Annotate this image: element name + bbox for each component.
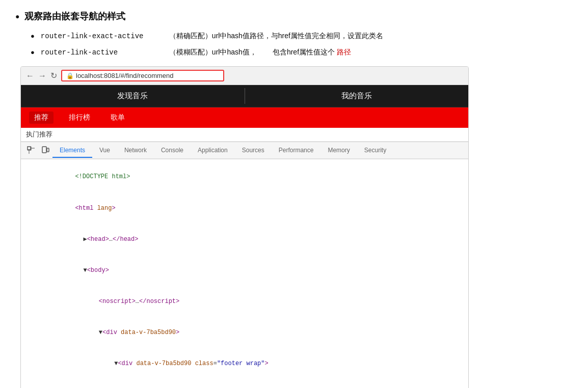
subnav-item-ranking[interactable]: 排行榜 — [64, 112, 95, 124]
list-item: ● router-link-active （模糊匹配）url中hash值， 包含… — [31, 48, 573, 57]
devtools-code: <!DOCTYPE html> <html lang> ▶<head>…</he… — [21, 159, 468, 388]
bullet-dot-2: ● — [31, 48, 35, 56]
code-line: ▼<body> — [21, 255, 468, 286]
tab-security[interactable]: Security — [357, 144, 393, 158]
tab-sources[interactable]: Sources — [235, 144, 272, 158]
page-content: 观察路由嵌套导航的样式 ● router-link-exact-active （… — [0, 0, 588, 388]
section-title-text: 观察路由嵌套导航的样式 — [24, 10, 125, 22]
tab-console[interactable]: Console — [154, 144, 191, 158]
svg-rect-1 — [42, 147, 46, 153]
code-line: <noscript>…</noscript> — [21, 286, 468, 317]
device-icon[interactable] — [38, 142, 52, 158]
subnav-item-recommend[interactable]: 推荐 — [29, 112, 54, 124]
tab-application[interactable]: Application — [191, 144, 235, 158]
tab-vue[interactable]: Vue — [92, 144, 117, 158]
address-bar[interactable]: 🔒 localhost:8081/#/find/recommend — [61, 70, 224, 81]
browser-wrapper: ← → ↻ 🔒 localhost:8081/#/find/recommend … — [15, 66, 573, 388]
browser-mockup: ← → ↻ 🔒 localhost:8081/#/find/recommend … — [20, 66, 469, 388]
desc-1: （精确匹配）url中hash值路径，与href属性值完全相同，设置此类名 — [169, 32, 383, 41]
code-line: <!DOCTYPE html> — [21, 161, 468, 192]
tab-performance[interactable]: Performance — [272, 144, 321, 158]
desc-2: （模糊匹配）url中hash值， 包含href属性值这个 路径 — [169, 48, 351, 57]
term-2: router-link-active — [41, 48, 163, 57]
svg-rect-2 — [47, 148, 49, 152]
subnav-item-songlist[interactable]: 歌单 — [105, 112, 130, 124]
tab-elements[interactable]: Elements — [52, 144, 92, 158]
lock-icon: 🔒 — [66, 72, 74, 79]
inspect-icon[interactable] — [24, 142, 38, 158]
code-line: <a data-v-7ba5bd90 href="#/find" class="… — [21, 379, 468, 388]
code-line: <html lang> — [21, 192, 468, 224]
list-item: ● router-link-exact-active （精确匹配）url中has… — [31, 32, 573, 41]
section-title: 观察路由嵌套导航的样式 — [15, 10, 573, 22]
devtools-panel: Elements Vue Network Console Application… — [21, 142, 468, 388]
topnav-item-discover[interactable]: 发现音乐 — [21, 85, 245, 107]
reload-button[interactable]: ↻ — [50, 71, 57, 80]
bullet-dot-1: ● — [31, 32, 35, 40]
tab-memory[interactable]: Memory — [320, 144, 357, 158]
app-topnav: 发现音乐 我的音乐 — [21, 85, 468, 107]
code-line: ▶<head>…</head> — [21, 224, 468, 255]
app-subnav: 推荐 排行榜 歌单 — [21, 107, 468, 128]
svg-rect-0 — [28, 147, 31, 150]
term-1: router-link-exact-active — [41, 32, 163, 40]
hot-label: 执门推荐 — [21, 128, 468, 142]
back-button[interactable]: ← — [26, 71, 34, 80]
addressbar: ← → ↻ 🔒 localhost:8081/#/find/recommend — [21, 67, 468, 85]
url-text: localhost:8081/#/find/recommend — [76, 72, 174, 79]
tab-network[interactable]: Network — [117, 144, 154, 158]
devtools-toolbar: Elements Vue Network Console Application… — [21, 142, 468, 159]
bullet-list: ● router-link-exact-active （精确匹配）url中has… — [31, 32, 573, 57]
forward-button[interactable]: → — [38, 71, 46, 80]
code-line: ▼<div data-v-7ba5bd90 class="footer wrap… — [21, 348, 468, 379]
topnav-item-mymusic[interactable]: 我的音乐 — [245, 85, 469, 107]
code-line: ▼<div data-v-7ba5bd90> — [21, 317, 468, 348]
path-link[interactable]: 路径 — [337, 48, 351, 56]
